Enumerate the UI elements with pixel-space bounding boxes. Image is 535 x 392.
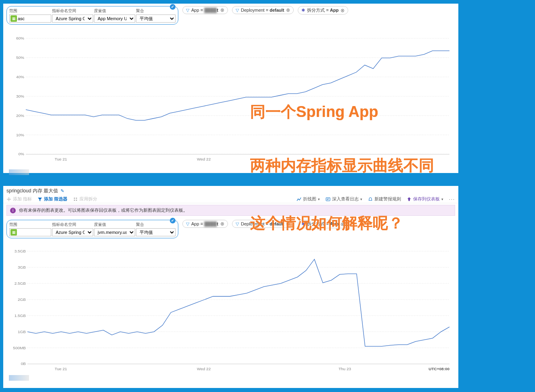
scope-field: 范围 ▦ bbox=[9, 222, 51, 236]
svg-text:3.5GB: 3.5GB bbox=[15, 249, 26, 253]
namespace-field: 指标命名空间 Azure Spring Cloud 标... bbox=[52, 222, 93, 236]
scope-field: 范围 ▦ bbox=[9, 8, 51, 23]
logs-icon bbox=[326, 197, 330, 202]
svg-text:20%: 20% bbox=[16, 113, 24, 118]
svg-text:60%: 60% bbox=[16, 36, 24, 40]
split-icon bbox=[73, 197, 78, 202]
aggregation-field: 聚合 平均值 bbox=[136, 222, 176, 236]
svg-text:0B: 0B bbox=[21, 361, 26, 366]
x-axis-labels: Tue 21Wed 22Thu 23 bbox=[54, 367, 351, 371]
svg-text:3GB: 3GB bbox=[18, 265, 26, 269]
remove-icon[interactable]: ⊗ bbox=[286, 7, 290, 13]
svg-text:2GB: 2GB bbox=[18, 297, 26, 302]
y-axis-labels: 3.5GB3GB2.5GB2GB1.5GB1GB500MB0B bbox=[13, 249, 26, 366]
chart-svg-top: 60%50%40%30%20%10%0% Tue 21Wed 22 bbox=[6, 29, 453, 174]
scope-input-wrap[interactable]: ▦ bbox=[9, 228, 51, 236]
scope-input-wrap[interactable]: ▦ bbox=[9, 15, 51, 23]
gridlines bbox=[27, 251, 449, 364]
svg-text:Wed 22: Wed 22 bbox=[197, 367, 211, 371]
check-badge-icon: ✔ bbox=[170, 218, 176, 223]
y-axis-labels: 60%50%40%30%20%10%0% bbox=[16, 36, 24, 156]
check-badge-icon: ✔ bbox=[170, 4, 176, 10]
alert-icon bbox=[368, 197, 373, 202]
filter-icon: ▽ bbox=[186, 221, 189, 227]
new-alert-button[interactable]: 新建警报规则 bbox=[368, 196, 401, 202]
svg-text:30%: 30% bbox=[16, 94, 24, 98]
chart-bottom: 3.5GB3GB2.5GB2GB1.5GB1GB500MB0B Tue 21We… bbox=[3, 240, 458, 382]
resource-icon: ▦ bbox=[10, 229, 17, 236]
svg-text:0%: 0% bbox=[19, 152, 25, 156]
split-pill[interactable]: ✱ 拆分方式 = App ⊗ bbox=[298, 6, 348, 15]
data-line bbox=[27, 259, 449, 346]
query-group: ✔ 范围 ▦ 指标命名空间 Azure Spring Cloud 标... 度量… bbox=[6, 220, 178, 238]
metric-field: 度量值 jvm.memory.used bbox=[94, 222, 135, 236]
query-row: ✔ 范围 ▦ 指标命名空间 Azure Spring Cloud 标... 度量… bbox=[3, 4, 458, 26]
annotation-3: 这个情况如何解释呢？ bbox=[250, 213, 403, 234]
pin-icon bbox=[407, 197, 412, 202]
legend-swatch bbox=[9, 375, 29, 381]
svg-text:2.5GB: 2.5GB bbox=[15, 281, 26, 286]
namespace-select[interactable]: Azure Spring Cloud 标... bbox=[52, 228, 93, 236]
gridlines bbox=[26, 38, 449, 154]
aggregation-select[interactable]: 平均值 bbox=[136, 15, 176, 23]
svg-text:Tue 21: Tue 21 bbox=[54, 367, 67, 371]
filter-icon bbox=[38, 197, 42, 202]
edit-icon[interactable]: ✎ bbox=[61, 188, 64, 194]
annotation-1: 同一个Spring App bbox=[250, 102, 378, 122]
split-icon: ✱ bbox=[301, 8, 305, 13]
filter-icon: ▽ bbox=[236, 8, 239, 13]
info-text: 你有未保存的图表更改。可以将图表保存回仪表板，或将它作为新图表固定到仪表板。 bbox=[19, 207, 188, 213]
svg-text:Wed 22: Wed 22 bbox=[197, 157, 211, 161]
filter-icon: ▽ bbox=[236, 221, 239, 227]
filter-pill-app[interactable]: ▽ App = ████t ⊗ bbox=[182, 220, 228, 228]
timezone-label: UTC+08:00 bbox=[428, 367, 449, 371]
panel-title-row: springcloud 内存 最大值 ✎ bbox=[3, 186, 458, 195]
add-metric-button[interactable]: 添加 指标 bbox=[6, 196, 32, 202]
svg-text:40%: 40% bbox=[16, 75, 24, 79]
namespace-field: 指标命名空间 Azure Spring Cloud 标... bbox=[52, 8, 93, 23]
query-group: ✔ 范围 ▦ 指标命名空间 Azure Spring Cloud 标... 度量… bbox=[6, 6, 178, 25]
legend-swatch bbox=[9, 169, 29, 175]
remove-icon[interactable]: ⊗ bbox=[341, 8, 345, 13]
panel-title: springcloud 内存 最大值 bbox=[6, 188, 58, 194]
plus-icon bbox=[6, 197, 11, 202]
svg-text:Thu 23: Thu 23 bbox=[339, 367, 351, 371]
svg-text:1.5GB: 1.5GB bbox=[15, 313, 26, 318]
toolbar: 添加 指标 添加 筛选器 应用拆分 折线图▾ 深入查看日志▾ 新建警报 bbox=[3, 195, 458, 203]
scope-input[interactable] bbox=[18, 230, 50, 235]
svg-text:1GB: 1GB bbox=[18, 329, 26, 334]
svg-text:Tue 21: Tue 21 bbox=[54, 157, 67, 161]
resource-icon: ▦ bbox=[10, 15, 17, 22]
pin-dashboard-button[interactable]: 保存到仪表板▾ bbox=[407, 196, 443, 202]
info-icon: i bbox=[10, 208, 16, 213]
namespace-select[interactable]: Azure Spring Cloud 标... bbox=[52, 15, 93, 23]
annotation-2: 两种内存指标显示曲线不同 bbox=[250, 155, 434, 176]
chart-svg-bottom: 3.5GB3GB2.5GB2GB1.5GB1GB500MB0B Tue 21We… bbox=[6, 243, 453, 380]
remove-icon[interactable]: ⊗ bbox=[220, 7, 224, 13]
metric-select[interactable]: jvm.memory.used bbox=[94, 228, 135, 236]
aggregation-select[interactable]: 平均值 bbox=[136, 228, 176, 236]
filter-pill-app[interactable]: ▽ App = ████t ⊗ bbox=[182, 6, 228, 14]
metric-field: 度量值 App Memory Usage bbox=[94, 8, 135, 23]
svg-rect-17 bbox=[326, 198, 330, 201]
chart-top: 60%50%40%30%20%10%0% Tue 21Wed 22 bbox=[3, 26, 458, 176]
metric-select[interactable]: App Memory Usage bbox=[94, 15, 135, 23]
data-line bbox=[26, 51, 449, 120]
svg-text:50%: 50% bbox=[16, 55, 24, 60]
filter-pill-deployment[interactable]: ▽ Deployment = default ⊗ bbox=[232, 6, 294, 14]
aggregation-field: 聚合 平均值 bbox=[136, 8, 176, 23]
drill-logs-button[interactable]: 深入查看日志▾ bbox=[326, 196, 362, 202]
add-filter-button[interactable]: 添加 筛选器 bbox=[38, 196, 67, 202]
apply-split-button[interactable]: 应用拆分 bbox=[73, 196, 97, 202]
scope-input[interactable] bbox=[18, 16, 50, 21]
filter-icon: ▽ bbox=[186, 8, 189, 13]
line-chart-icon bbox=[297, 197, 301, 202]
svg-text:500MB: 500MB bbox=[13, 346, 26, 350]
more-button[interactable]: ··· bbox=[449, 197, 455, 202]
x-axis-labels: Tue 21Wed 22 bbox=[54, 157, 211, 161]
line-chart-button[interactable]: 折线图▾ bbox=[297, 196, 320, 202]
metrics-panel-top: ✔ 范围 ▦ 指标命名空间 Azure Spring Cloud 标... 度量… bbox=[3, 4, 458, 173]
remove-icon[interactable]: ⊗ bbox=[220, 221, 224, 227]
svg-text:10%: 10% bbox=[16, 133, 24, 137]
